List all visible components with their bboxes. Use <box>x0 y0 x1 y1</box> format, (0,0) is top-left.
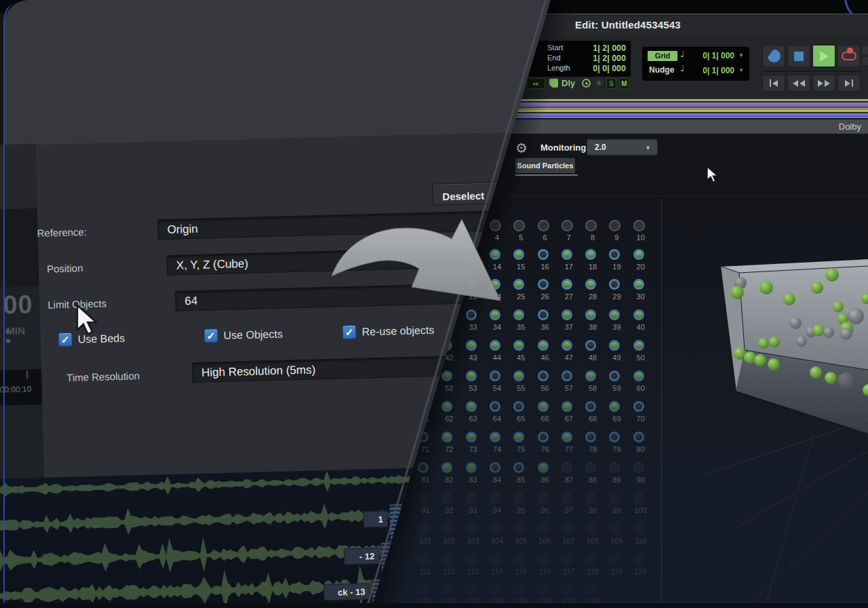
green-particle-sphere <box>769 337 780 347</box>
green-particle-sphere <box>825 372 837 384</box>
green-particle-sphere <box>825 268 839 282</box>
gray-particle-sphere <box>789 317 802 329</box>
gray-particle-sphere <box>796 336 807 347</box>
green-particle-sphere <box>754 354 766 366</box>
green-particle-sphere <box>730 286 744 299</box>
frame-edge <box>0 603 868 608</box>
green-particle-sphere <box>833 301 844 312</box>
mouse-cursor-zoomed <box>76 304 107 339</box>
floor-grid-lines <box>705 419 868 608</box>
green-particle-sphere <box>812 324 825 337</box>
mouse-cursor <box>707 166 723 185</box>
green-particle-sphere <box>768 358 780 370</box>
gray-particle-sphere <box>840 328 852 340</box>
green-particle-sphere <box>760 281 773 294</box>
gray-particle-sphere <box>823 327 834 338</box>
screenshot-stage: Edit: Untitled4534543 Start 1| 2| 000End… <box>0 0 868 608</box>
green-particle-sphere <box>810 366 822 379</box>
gray-particle-sphere <box>848 308 864 324</box>
green-particle-sphere <box>811 282 823 294</box>
green-particle-sphere <box>758 338 769 349</box>
green-particle-sphere <box>783 293 795 305</box>
gray-particle-sphere <box>837 373 854 389</box>
